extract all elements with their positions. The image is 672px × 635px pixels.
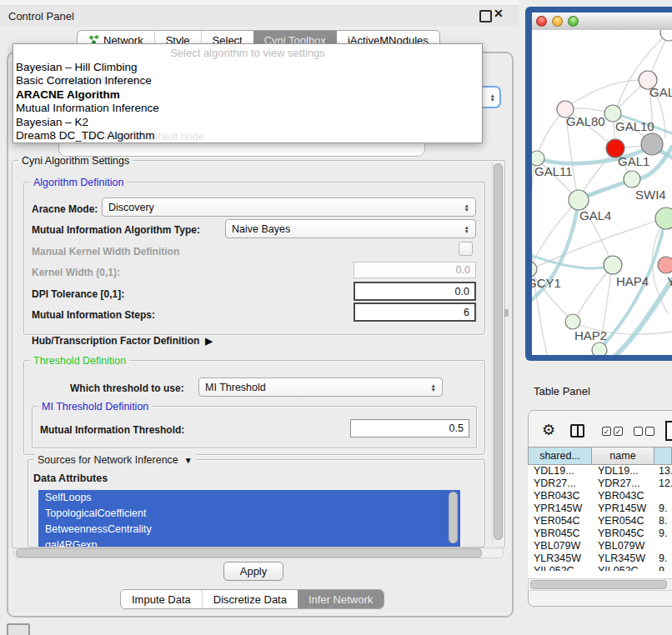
- table-cell[interactable]: 12...: [659, 478, 672, 490]
- table-cell[interactable]: YER054C: [534, 515, 580, 528]
- manual-kernel-checkbox[interactable]: [459, 242, 473, 256]
- table-header-partial[interactable]: [654, 447, 672, 465]
- node-label-gal1: GAL1: [618, 154, 649, 168]
- network-node[interactable]: [658, 257, 672, 273]
- control-panel-titlebar: Control Panel: [0, 6, 519, 27]
- network-node[interactable]: [604, 256, 622, 274]
- close-panel-icon[interactable]: ✕: [494, 7, 504, 20]
- float-panel-icon[interactable]: [479, 10, 492, 22]
- table-cell[interactable]: YIL052C: [598, 565, 639, 571]
- panel-splitter-handle[interactable]: [504, 309, 509, 317]
- node-label-gal11: GAL11: [534, 164, 573, 178]
- list-item-selfloops[interactable]: SelfLoops: [38, 490, 460, 506]
- network-node[interactable]: [532, 262, 537, 277]
- zoom-traffic-light-icon[interactable]: [568, 16, 579, 27]
- table-header-shared[interactable]: shared...: [528, 447, 592, 465]
- tab-discretize-data[interactable]: Discretize Data: [202, 590, 298, 608]
- table-cell[interactable]: 9.: [659, 502, 667, 515]
- mi-threshold-field[interactable]: 0.5: [350, 419, 469, 438]
- network-canvas[interactable]: GAL GAL80 GAL10 GAL1 GAL11 SWI4 GAL4 GCY…: [532, 30, 672, 355]
- tab-infer-network[interactable]: Infer Network: [298, 590, 384, 608]
- table-cell[interactable]: YBR045C: [598, 528, 644, 540]
- network-node[interactable]: [624, 171, 640, 188]
- table-cell[interactable]: YLR345W: [598, 552, 645, 565]
- settings-scrollbar-thumb[interactable]: [494, 163, 503, 540]
- attributes-list-scrollbar-thumb[interactable]: [449, 492, 458, 543]
- table-header-name[interactable]: name: [592, 447, 654, 465]
- chevron-updown-icon: ▲▼: [464, 203, 469, 212]
- table-cell[interactable]: YPR145W: [534, 502, 582, 515]
- page-icon[interactable]: [665, 421, 672, 441]
- table-cell[interactable]: 9.: [659, 565, 667, 571]
- table-row[interactable]: YBR045CYBR045C9.: [528, 528, 672, 540]
- network-node[interactable]: [592, 342, 607, 355]
- table-cell[interactable]: 9.: [659, 528, 667, 540]
- top-strip: [0, 0, 519, 6]
- sources-toggle[interactable]: Sources for Network Inference ▼: [34, 454, 196, 466]
- popup-item-bayesian-hill-climbing[interactable]: Bayesian – Hill Climbing: [16, 61, 159, 74]
- popup-item-list: Bayesian – Hill Climbing Basic Correlati…: [16, 61, 159, 142]
- popup-item-aracne[interactable]: ARACNE Algorithm: [16, 88, 159, 102]
- network-node[interactable]: [569, 190, 589, 210]
- minimized-panel-button[interactable]: [7, 623, 30, 635]
- list-item-betweennesscentrality[interactable]: BetweennessCentrality: [38, 522, 460, 538]
- table-cell[interactable]: YDR27...: [598, 478, 640, 490]
- popup-item-dream8[interactable]: Dream8 DC_TDC Algorithm: [16, 129, 159, 142]
- tab-label: Impute Data: [132, 593, 191, 606]
- table-cell[interactable]: YDR27...: [534, 478, 576, 490]
- table-cell[interactable]: 8.: [659, 515, 667, 528]
- node-label-gal7: GAL: [649, 85, 672, 99]
- list-item-topologicalcoefficient[interactable]: TopologicalCoefficient: [38, 506, 460, 522]
- unchecked-column-icon[interactable]: [634, 427, 643, 436]
- checked-column-icon[interactable]: ✓: [614, 427, 623, 436]
- unchecked-column-icon[interactable]: [645, 427, 654, 436]
- gear-icon[interactable]: ⚙: [542, 421, 555, 439]
- network-node[interactable]: [565, 314, 580, 329]
- table-cell[interactable]: YIL052C: [534, 565, 574, 571]
- table-row[interactable]: YIL052CYIL052C9.: [528, 565, 672, 571]
- table-cell[interactable]: YLR345W: [534, 552, 581, 565]
- list-item-gal4rgexp[interactable]: gal4RGexp: [38, 538, 460, 547]
- close-traffic-light-icon[interactable]: [536, 16, 547, 27]
- table-cell[interactable]: 13...: [659, 465, 672, 478]
- table-cell[interactable]: 9.: [659, 552, 667, 565]
- apply-button-label: Apply: [240, 565, 268, 578]
- table-row[interactable]: YDL19...YDL19...13...: [528, 465, 672, 478]
- network-node[interactable]: [641, 133, 663, 155]
- table-cell[interactable]: YBR043C: [598, 490, 644, 502]
- settings-hscrollbar-thumb[interactable]: [16, 548, 482, 558]
- table-cell[interactable]: YDL19...: [598, 465, 639, 478]
- apply-button[interactable]: Apply: [223, 562, 283, 581]
- table-hscrollbar-thumb[interactable]: [530, 580, 667, 589]
- popup-item-mutual-information[interactable]: Mutual Information Inference: [16, 102, 159, 115]
- mi-threshold-group-title: MI Threshold Definition: [38, 401, 152, 412]
- which-threshold-combobox[interactable]: MI Threshold ▲▼: [198, 378, 443, 397]
- algorithm-popup: Select algorithm to view settings Infere…: [13, 43, 483, 143]
- aracne-mode-combobox[interactable]: Discovery ▲▼: [102, 198, 476, 217]
- table-row[interactable]: YER054CYER054C8.: [528, 515, 672, 528]
- tab-impute-data[interactable]: Impute Data: [121, 590, 202, 608]
- table-row[interactable]: YLR345WYLR345W9.: [528, 552, 672, 565]
- mi-type-combobox[interactable]: Naive Bayes ▲▼: [225, 219, 476, 238]
- kernel-width-field[interactable]: 0.0: [354, 262, 476, 278]
- minimize-traffic-light-icon[interactable]: [552, 16, 563, 27]
- table-cell[interactable]: YBL079W: [598, 540, 644, 552]
- checked-column-icon[interactable]: ✓: [602, 427, 611, 436]
- dpi-tolerance-field[interactable]: 0.0: [354, 282, 476, 301]
- table-row[interactable]: YPR145WYPR145W9.: [528, 502, 672, 515]
- table-row[interactable]: YDR27...YDR27...12...: [528, 478, 672, 490]
- network-node[interactable]: [655, 208, 672, 229]
- table-cell[interactable]: YBR045C: [534, 528, 580, 540]
- table-row[interactable]: YBL079WYBL079W: [528, 540, 672, 552]
- table-cell[interactable]: YDL19...: [534, 465, 574, 478]
- table-cell[interactable]: YBL079W: [534, 540, 580, 552]
- hub-definition-toggle[interactable]: Hub/Transcription Factor Definition ▶: [32, 335, 213, 347]
- mi-steps-field[interactable]: 6: [354, 302, 476, 322]
- popup-item-basic-correlation[interactable]: Basic Correlation Inference: [16, 74, 159, 88]
- table-cell[interactable]: YPR145W: [598, 502, 646, 515]
- table-cell[interactable]: YBR043C: [534, 490, 580, 502]
- column-view-icon[interactable]: [570, 424, 584, 438]
- popup-item-bayesian-k2[interactable]: Bayesian – K2: [16, 116, 159, 129]
- table-cell[interactable]: YER054C: [598, 515, 644, 528]
- table-row[interactable]: YBR043CYBR043C: [528, 490, 672, 502]
